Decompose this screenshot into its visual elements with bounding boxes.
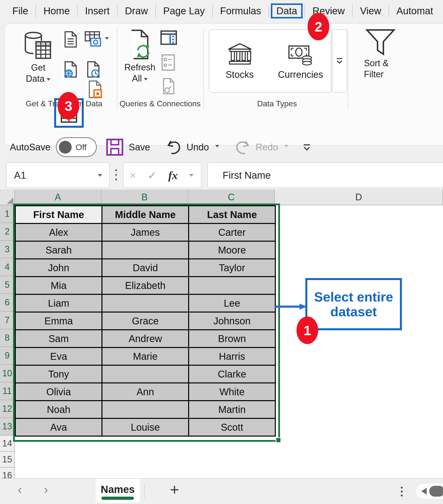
existing-connections-button[interactable] xyxy=(87,80,103,99)
enter-entry-button[interactable]: ✓ xyxy=(148,169,157,182)
fill-handle[interactable] xyxy=(276,437,281,443)
column-header-a[interactable]: A xyxy=(15,189,101,205)
formula-input[interactable]: First Name xyxy=(207,162,443,188)
column-header-b[interactable]: B xyxy=(101,189,188,205)
insert-function-button[interactable]: fx xyxy=(168,169,177,182)
row-header-6[interactable]: 6 xyxy=(0,294,15,312)
row-header-7[interactable]: 7 xyxy=(0,312,15,329)
cell-B11[interactable]: Ann xyxy=(102,383,189,401)
menu-tab-automat[interactable]: Automat xyxy=(389,4,441,18)
cell-A10[interactable]: Tony xyxy=(16,366,102,383)
cancel-entry-button[interactable]: × xyxy=(129,169,136,182)
stocks-button[interactable]: Stocks xyxy=(209,30,270,92)
cell-B13[interactable]: Louise xyxy=(102,419,189,437)
row-header-15[interactable]: 15 xyxy=(0,451,15,468)
cell-B4[interactable]: David xyxy=(102,259,189,277)
cell-A9[interactable]: Eva xyxy=(16,348,102,366)
cell-C3[interactable]: Moore xyxy=(189,242,276,259)
row-header-5[interactable]: 5 xyxy=(0,276,15,294)
row-header-13[interactable]: 13 xyxy=(0,418,15,436)
previous-sheet-button[interactable]: ‹ xyxy=(18,482,22,497)
row-header-3[interactable]: 3 xyxy=(0,241,15,258)
cell-C12[interactable]: Martin xyxy=(189,401,276,419)
cell-C2[interactable]: Carter xyxy=(189,224,276,242)
cell-B3[interactable] xyxy=(102,242,189,259)
cell-A1[interactable]: First Name xyxy=(16,206,102,224)
cell-C4[interactable]: Taylor xyxy=(189,259,276,277)
cell-B1[interactable]: Middle Name xyxy=(102,206,189,224)
from-text-csv-button[interactable] xyxy=(63,31,78,48)
customize-toolbar-button[interactable] xyxy=(302,143,311,151)
cell-B9[interactable]: Marie xyxy=(102,348,189,366)
cell-A5[interactable]: Mia xyxy=(16,277,102,295)
column-header-c[interactable]: C xyxy=(188,189,275,205)
add-sheet-button[interactable]: + xyxy=(170,481,179,499)
cell-A13[interactable]: Ava xyxy=(16,419,102,437)
sheet-options-button[interactable] xyxy=(401,485,403,489)
menu-tab-data[interactable]: Data xyxy=(271,3,303,18)
cell-C10[interactable]: Clarke xyxy=(189,366,276,383)
cell-C5[interactable] xyxy=(189,277,276,295)
from-picture-button[interactable] xyxy=(84,31,109,48)
cell-B12[interactable] xyxy=(102,401,189,419)
cell-C11[interactable]: White xyxy=(189,383,276,401)
properties-button[interactable] xyxy=(161,54,175,71)
cell-A2[interactable]: Alex xyxy=(16,224,102,242)
cell-C1[interactable]: Last Name xyxy=(189,206,276,224)
redo-button[interactable]: Redo xyxy=(234,138,288,156)
row-header-2[interactable]: 2 xyxy=(0,223,15,241)
cell-A8[interactable]: Sam xyxy=(16,330,102,348)
recent-sources-button[interactable] xyxy=(86,61,101,78)
autosave-toggle[interactable]: Off xyxy=(56,137,97,157)
row-header-9[interactable]: 9 xyxy=(0,347,15,365)
row-header-10[interactable]: 10 xyxy=(0,365,15,382)
row-header-8[interactable]: 8 xyxy=(0,329,15,347)
from-web-button[interactable] xyxy=(63,61,78,78)
column-header-d[interactable]: D xyxy=(275,189,443,205)
scrollbar-thumb[interactable] xyxy=(429,486,443,497)
cell-C7[interactable]: Johnson xyxy=(189,313,276,330)
cell-C6[interactable]: Lee xyxy=(189,295,276,313)
sheet-tab-names[interactable]: Names xyxy=(96,479,140,503)
cell-C9[interactable]: Harris xyxy=(189,348,276,366)
refresh-all-button[interactable]: Refresh All xyxy=(123,29,157,84)
row-header-12[interactable]: 12 xyxy=(0,400,15,418)
undo-button[interactable]: Undo xyxy=(165,138,219,156)
row-header-14[interactable]: 14 xyxy=(0,436,15,451)
row-header-4[interactable]: 4 xyxy=(0,258,15,276)
cell-A6[interactable]: Liam xyxy=(16,295,102,313)
menu-tab-home[interactable]: Home xyxy=(36,4,77,18)
cell-B8[interactable]: Andrew xyxy=(102,330,189,348)
sort-filter-button[interactable]: Sort & Filter xyxy=(357,28,404,80)
cell-B2[interactable]: James xyxy=(102,224,189,242)
data-types-more-button[interactable] xyxy=(332,29,347,93)
menu-tab-draw[interactable]: Draw xyxy=(117,4,155,18)
menu-tab-file[interactable]: File xyxy=(5,4,36,18)
row-header-11[interactable]: 11 xyxy=(0,382,15,400)
cell-A3[interactable]: Sarah xyxy=(16,242,102,259)
cell-A7[interactable]: Emma xyxy=(16,313,102,330)
edit-links-button[interactable] xyxy=(162,77,176,95)
cell-A11[interactable]: Olivia xyxy=(16,383,102,401)
select-all-corner[interactable] xyxy=(0,189,15,205)
cell-A4[interactable]: John xyxy=(16,259,102,277)
cell-B7[interactable]: Grace xyxy=(102,313,189,330)
cell-A12[interactable]: Noah xyxy=(16,401,102,419)
menu-tab-formulas[interactable]: Formulas xyxy=(213,4,269,18)
next-sheet-button[interactable]: › xyxy=(44,482,48,497)
get-data-button[interactable]: Get Data xyxy=(19,30,58,84)
cell-C8[interactable]: Brown xyxy=(189,330,276,348)
cell-B6[interactable] xyxy=(102,295,189,313)
row-header-1[interactable]: 1 xyxy=(0,205,15,223)
menu-tab-view[interactable]: View xyxy=(353,4,388,18)
menu-tab-insert[interactable]: Insert xyxy=(77,4,117,18)
save-button[interactable]: Save xyxy=(105,138,150,157)
cell-B5[interactable]: Elizabeth xyxy=(102,277,189,295)
formula-bar-handle-icon[interactable] xyxy=(115,169,117,183)
name-box[interactable]: A1 xyxy=(6,162,110,188)
horizontal-scrollbar[interactable] xyxy=(416,483,443,499)
menu-tab-page-lay[interactable]: Page Lay xyxy=(156,4,212,18)
cell-B10[interactable] xyxy=(102,366,189,383)
cell-C13[interactable]: Scott xyxy=(189,419,276,437)
queries-connections-button[interactable] xyxy=(160,30,177,45)
